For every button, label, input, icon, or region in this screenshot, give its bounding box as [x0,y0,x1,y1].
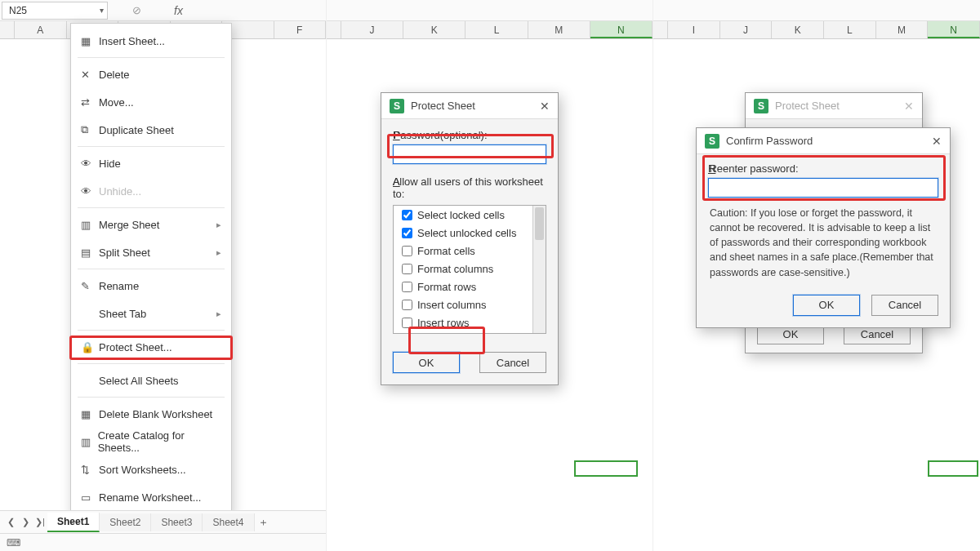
cell-reference-value: N25 [9,5,27,16]
cancel-button[interactable]: Cancel [871,295,938,316]
reenter-label: Reenter password: [709,162,798,175]
menu-sort-worksheets[interactable]: ⇅Sort Worksheets... [71,455,231,483]
col-header[interactable]: K [772,21,824,38]
dialog-title: Protect Sheet [775,100,840,112]
scrollbar[interactable] [532,206,546,333]
col-header[interactable]: M [528,21,590,38]
password-input[interactable] [393,144,546,164]
app-logo-icon: S [390,99,404,113]
permission-option[interactable]: Format cells [394,242,546,260]
close-icon[interactable]: ✕ [932,135,942,148]
menu-protect-sheet[interactable]: 🔒Protect Sheet... [71,333,231,361]
permission-checkbox[interactable] [402,228,412,238]
menu-catalog[interactable]: ▥Create Catalog for Sheets... [71,428,231,455]
col-header[interactable]: I [668,21,720,38]
status-icon: ⌨ [7,537,20,549]
permission-label: Select unlocked cells [417,227,516,239]
select-all-corner[interactable] [0,21,15,38]
col-header[interactable]: F [274,21,327,38]
permission-option[interactable]: Format rows [394,278,546,295]
tab-nav-first[interactable]: ❮ [3,517,18,527]
menu-select-all-sheets[interactable]: Select All Sheets [71,367,231,394]
rename-icon: ✎ [81,280,99,292]
chevron-right-icon: ▸ [216,220,221,230]
permission-label: Insert rows [417,317,470,329]
sort-icon: ⇅ [81,464,99,476]
app-logo-icon: S [754,99,768,113]
menu-move[interactable]: ⇄Move... [71,88,231,116]
sheet-tab-bar: ❮ ❯ ❯| Sheet1 Sheet2 Sheet3 Sheet4 ＋ [0,510,326,533]
permission-option[interactable]: Insert columns [394,295,546,313]
tab-nav-next[interactable]: ❯ [18,517,33,527]
select-all-corner[interactable] [327,21,341,38]
chevron-down-icon: ▾ [100,6,104,15]
col-header[interactable]: J [720,21,773,38]
menu-rename[interactable]: ✎Rename [71,272,231,300]
close-icon: ✕ [904,100,914,113]
protect-sheet-dialog: S Protect Sheet ✕ PPassword(optional): A… [381,92,559,385]
permission-checkbox[interactable] [402,318,412,328]
permission-checkbox[interactable] [402,264,412,274]
select-all-corner[interactable] [653,21,668,38]
menu-sheet-tab[interactable]: Sheet Tab▸ [71,300,231,327]
catalog-icon: ▥ [81,436,98,448]
permission-option[interactable]: Select unlocked cells [394,224,546,242]
permission-checkbox[interactable] [402,246,412,256]
ok-button[interactable]: OK [393,352,460,373]
add-sheet-button[interactable]: ＋ [255,515,273,530]
menu-delete[interactable]: ✕Delete [71,60,231,88]
permissions-listbox[interactable]: Select locked cellsSelect unlocked cells… [393,205,546,334]
sheet-tab-3[interactable]: Sheet3 [151,513,203,531]
cancel-formula-icon[interactable]: ⊘ [132,4,141,16]
delete-blank-icon: ▦ [81,408,99,420]
scrollbar-thumb[interactable] [535,207,544,240]
permission-option[interactable]: Select locked cells [394,206,546,224]
cancel-button[interactable]: Cancel [479,352,546,373]
menu-merge-sheet[interactable]: ▥Merge Sheet▸ [71,211,231,238]
fx-icon[interactable]: fx [174,4,183,17]
menu-delete-blank[interactable]: ▦Delete Blank Worksheet [71,400,231,428]
chevron-right-icon: ▸ [216,247,221,258]
permission-option[interactable]: Format columns [394,260,546,278]
permission-checkbox[interactable] [402,210,412,220]
lock-icon: 🔒 [81,341,99,353]
permission-checkbox[interactable] [402,300,412,310]
split-icon: ▤ [81,247,99,259]
insert-sheet-icon: ▦ [81,35,99,47]
menu-insert-sheet[interactable]: ▦Insert Sheet... [71,27,231,55]
permission-label: Format rows [417,281,476,293]
merge-icon: ▥ [81,219,99,231]
selected-cell[interactable] [574,460,638,477]
menu-rename-worksheet[interactable]: ▭Rename Worksheet... [71,483,231,511]
col-header[interactable]: A [15,21,67,38]
col-header-active[interactable]: N [590,21,653,38]
menu-split-sheet[interactable]: ▤Split Sheet▸ [71,238,231,266]
confirm-password-dialog: S Confirm Password ✕ RReenter password: … [696,127,951,328]
ok-button[interactable]: OK [793,295,860,316]
dialog-title: Protect Sheet [411,100,475,112]
allow-label: Allow all users of this worksheet to: [393,176,543,200]
menu-hide[interactable]: 👁Hide [71,149,231,177]
col-header[interactable]: J [341,21,403,38]
hide-icon: 👁 [81,158,99,170]
col-header-active[interactable]: N [928,21,980,38]
sheet-tab-1[interactable]: Sheet1 [47,513,100,532]
permission-label: Format cells [417,245,475,257]
reenter-password-input[interactable] [708,178,938,198]
permission-checkbox[interactable] [402,282,412,292]
close-icon[interactable]: ✕ [540,100,550,113]
dialog-title: Confirm Password [726,135,813,147]
menu-duplicate[interactable]: ⧉Duplicate Sheet [71,116,231,144]
tab-nav-last[interactable]: ❯| [33,517,47,527]
selected-cell[interactable] [928,460,978,477]
col-header[interactable]: M [876,21,929,38]
col-header[interactable]: L [824,21,876,38]
sheet-tab-2[interactable]: Sheet2 [100,513,151,531]
permission-option[interactable]: Insert rows [394,313,546,331]
cell-reference-box[interactable]: N25 ▾ [2,2,108,20]
sheet-tab-4[interactable]: Sheet4 [203,513,254,531]
app-logo-icon: S [705,134,719,149]
rename-ws-icon: ▭ [81,491,99,504]
col-header[interactable]: K [403,21,466,38]
col-header[interactable]: L [466,21,528,38]
